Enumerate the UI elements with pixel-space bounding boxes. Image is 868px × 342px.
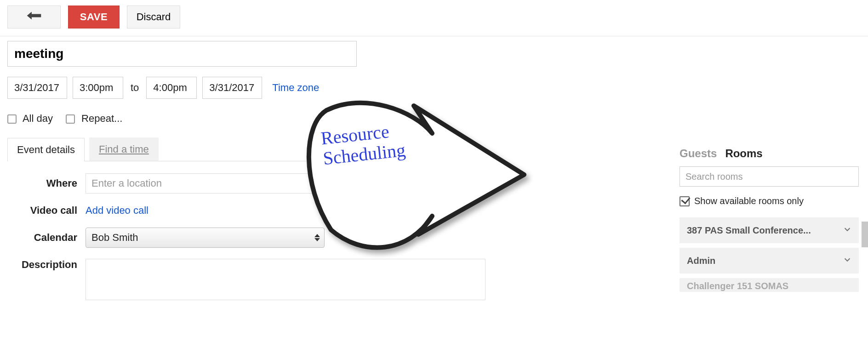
to-label: to (129, 82, 141, 94)
room-list: 387 PAS Small Conference... Admin Challe… (680, 217, 859, 292)
video-call-label: Video call (7, 205, 86, 217)
description-label: Description (7, 259, 86, 271)
chevron-down-icon (843, 225, 851, 236)
event-title-input[interactable] (7, 41, 357, 67)
discard-button[interactable]: Discard (127, 6, 180, 28)
rooms-panel: Guests Rooms Show available rooms only 3… (680, 147, 859, 296)
room-item[interactable]: Challenger 151 SOMAS (680, 278, 859, 292)
detail-tabs: Event details Find a time (7, 137, 489, 161)
options-row: All day Repeat... (7, 113, 489, 125)
back-button[interactable] (7, 6, 61, 28)
tab-event-details[interactable]: Event details (7, 138, 85, 161)
start-date-input[interactable]: 3/31/2017 (7, 77, 67, 99)
checkbox-icon (7, 114, 17, 124)
scrollbar-thumb[interactable] (862, 222, 868, 247)
room-name: Challenger 151 SOMAS (687, 281, 788, 291)
add-video-call-link[interactable]: Add video call (86, 205, 148, 217)
description-textarea[interactable] (86, 259, 485, 300)
end-time-input[interactable]: 4:00pm (146, 77, 197, 99)
room-item[interactable]: 387 PAS Small Conference... (680, 217, 859, 243)
top-toolbar: SAVE Discard (0, 0, 868, 36)
room-item[interactable]: Admin (680, 248, 859, 274)
calendar-label: Calendar (7, 232, 86, 244)
end-date-input[interactable]: 3/31/2017 (202, 77, 262, 99)
room-name: Admin (687, 256, 715, 266)
calendar-selected-value: Bob Smith (91, 232, 138, 244)
chevron-down-icon (843, 256, 851, 266)
all-day-label: All day (23, 113, 53, 124)
details-section: Where Video call Add video call Calendar… (7, 173, 489, 300)
all-day-option[interactable]: All day (7, 113, 53, 125)
available-only-checkbox[interactable] (680, 196, 690, 206)
select-arrows-icon (314, 234, 320, 241)
repeat-option[interactable]: Repeat... (66, 113, 122, 125)
rooms-tab[interactable]: Rooms (725, 147, 762, 160)
save-button[interactable]: SAVE (68, 6, 120, 28)
search-rooms-input[interactable] (680, 166, 859, 187)
room-name: 387 PAS Small Conference... (687, 225, 811, 236)
repeat-label: Repeat... (81, 113, 122, 124)
where-label: Where (7, 177, 86, 189)
start-time-input[interactable]: 3:00pm (73, 77, 123, 99)
event-form: 3/31/2017 3:00pm to 4:00pm 3/31/2017 Tim… (0, 36, 497, 300)
timezone-link[interactable]: Time zone (272, 82, 319, 94)
time-row: 3/31/2017 3:00pm to 4:00pm 3/31/2017 Tim… (7, 77, 489, 99)
checkbox-icon (66, 114, 75, 124)
calendar-select[interactable]: Bob Smith (86, 228, 325, 248)
tab-find-a-time[interactable]: Find a time (89, 137, 159, 161)
back-arrow-icon (26, 10, 42, 24)
available-only-label: Show available rooms only (694, 196, 804, 206)
guests-tab[interactable]: Guests (680, 147, 717, 160)
where-input[interactable] (86, 173, 485, 194)
